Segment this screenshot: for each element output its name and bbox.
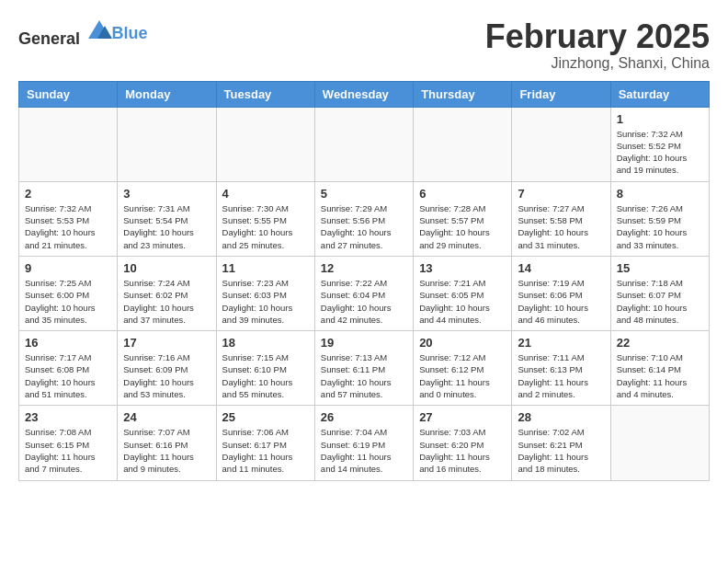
day-info: Sunrise: 7:18 AM Sunset: 6:07 PM Dayligh… <box>617 277 703 326</box>
calendar-day-cell: 5Sunrise: 7:29 AM Sunset: 5:56 PM Daylig… <box>314 181 413 256</box>
day-number: 18 <box>222 336 309 350</box>
calendar-day-cell <box>414 107 512 181</box>
day-number: 8 <box>617 187 703 201</box>
day-info: Sunrise: 7:10 AM Sunset: 6:14 PM Dayligh… <box>617 351 703 400</box>
calendar-day-cell: 13Sunrise: 7:21 AM Sunset: 6:05 PM Dayli… <box>414 256 512 330</box>
location: Jinzhong, Shanxi, China <box>485 55 710 72</box>
calendar-day-cell: 16Sunrise: 7:17 AM Sunset: 6:08 PM Dayli… <box>19 331 118 406</box>
calendar-day-cell: 19Sunrise: 7:13 AM Sunset: 6:11 PM Dayli… <box>314 331 413 406</box>
calendar-day-cell: 17Sunrise: 7:16 AM Sunset: 6:09 PM Dayli… <box>118 331 216 406</box>
calendar-day-cell <box>610 406 709 480</box>
day-number: 27 <box>419 410 506 424</box>
day-info: Sunrise: 7:08 AM Sunset: 6:15 PM Dayligh… <box>25 426 111 475</box>
weekday-header: Wednesday <box>314 81 413 107</box>
day-number: 25 <box>222 410 309 424</box>
logo: General Blue <box>18 18 148 49</box>
weekday-header: Thursday <box>414 81 512 107</box>
calendar-day-cell: 14Sunrise: 7:19 AM Sunset: 6:06 PM Dayli… <box>512 256 610 330</box>
logo-icon <box>86 18 112 44</box>
day-number: 23 <box>25 410 111 424</box>
day-number: 21 <box>518 336 604 350</box>
day-number: 5 <box>321 187 407 201</box>
day-info: Sunrise: 7:32 AM Sunset: 5:52 PM Dayligh… <box>617 128 703 177</box>
calendar-day-cell: 6Sunrise: 7:28 AM Sunset: 5:57 PM Daylig… <box>414 181 512 256</box>
day-number: 28 <box>518 410 604 424</box>
day-number: 7 <box>518 187 604 201</box>
day-info: Sunrise: 7:23 AM Sunset: 6:03 PM Dayligh… <box>222 277 309 326</box>
day-info: Sunrise: 7:28 AM Sunset: 5:57 PM Dayligh… <box>419 202 506 251</box>
calendar-day-cell <box>216 107 314 181</box>
calendar-day-cell: 15Sunrise: 7:18 AM Sunset: 6:07 PM Dayli… <box>610 256 709 330</box>
day-info: Sunrise: 7:19 AM Sunset: 6:06 PM Dayligh… <box>518 277 604 326</box>
calendar-day-cell: 25Sunrise: 7:06 AM Sunset: 6:17 PM Dayli… <box>216 406 314 480</box>
day-number: 3 <box>123 187 210 201</box>
day-info: Sunrise: 7:04 AM Sunset: 6:19 PM Dayligh… <box>321 426 407 475</box>
page-header: General Blue February 2025 Jinzhong, Sha… <box>18 18 710 72</box>
day-info: Sunrise: 7:32 AM Sunset: 5:53 PM Dayligh… <box>25 202 111 251</box>
day-number: 22 <box>617 336 703 350</box>
day-info: Sunrise: 7:25 AM Sunset: 6:00 PM Dayligh… <box>25 277 111 326</box>
day-number: 16 <box>25 336 111 350</box>
calendar-week-row: 9Sunrise: 7:25 AM Sunset: 6:00 PM Daylig… <box>19 256 710 330</box>
calendar-day-cell: 26Sunrise: 7:04 AM Sunset: 6:19 PM Dayli… <box>314 406 413 480</box>
calendar-day-cell: 4Sunrise: 7:30 AM Sunset: 5:55 PM Daylig… <box>216 181 314 256</box>
day-info: Sunrise: 7:06 AM Sunset: 6:17 PM Dayligh… <box>222 426 309 475</box>
weekday-header: Tuesday <box>216 81 314 107</box>
calendar-day-cell: 3Sunrise: 7:31 AM Sunset: 5:54 PM Daylig… <box>118 181 216 256</box>
day-info: Sunrise: 7:03 AM Sunset: 6:20 PM Dayligh… <box>419 426 506 475</box>
calendar-table: SundayMondayTuesdayWednesdayThursdayFrid… <box>18 81 710 481</box>
day-info: Sunrise: 7:24 AM Sunset: 6:02 PM Dayligh… <box>123 277 210 326</box>
day-number: 10 <box>123 261 210 275</box>
calendar-day-cell <box>314 107 413 181</box>
day-number: 1 <box>617 112 703 126</box>
day-number: 24 <box>123 410 210 424</box>
day-info: Sunrise: 7:31 AM Sunset: 5:54 PM Dayligh… <box>123 202 210 251</box>
month-title: February 2025 <box>485 18 710 55</box>
calendar-day-cell: 20Sunrise: 7:12 AM Sunset: 6:12 PM Dayli… <box>414 331 512 406</box>
day-number: 2 <box>25 187 111 201</box>
day-info: Sunrise: 7:12 AM Sunset: 6:12 PM Dayligh… <box>419 351 506 400</box>
calendar-day-cell: 28Sunrise: 7:02 AM Sunset: 6:21 PM Dayli… <box>512 406 610 480</box>
calendar-day-cell: 23Sunrise: 7:08 AM Sunset: 6:15 PM Dayli… <box>19 406 118 480</box>
calendar-week-row: 16Sunrise: 7:17 AM Sunset: 6:08 PM Dayli… <box>19 331 710 406</box>
weekday-header: Friday <box>512 81 610 107</box>
day-info: Sunrise: 7:27 AM Sunset: 5:58 PM Dayligh… <box>518 202 604 251</box>
day-info: Sunrise: 7:15 AM Sunset: 6:10 PM Dayligh… <box>222 351 309 400</box>
calendar-day-cell <box>118 107 216 181</box>
day-number: 9 <box>25 261 111 275</box>
day-number: 13 <box>419 261 506 275</box>
calendar-day-cell: 8Sunrise: 7:26 AM Sunset: 5:59 PM Daylig… <box>610 181 709 256</box>
calendar-day-cell: 10Sunrise: 7:24 AM Sunset: 6:02 PM Dayli… <box>118 256 216 330</box>
day-info: Sunrise: 7:26 AM Sunset: 5:59 PM Dayligh… <box>617 202 703 251</box>
calendar-day-cell: 27Sunrise: 7:03 AM Sunset: 6:20 PM Dayli… <box>414 406 512 480</box>
weekday-header: Sunday <box>19 81 118 107</box>
day-number: 4 <box>222 187 309 201</box>
day-info: Sunrise: 7:07 AM Sunset: 6:16 PM Dayligh… <box>123 426 210 475</box>
calendar-day-cell: 7Sunrise: 7:27 AM Sunset: 5:58 PM Daylig… <box>512 181 610 256</box>
day-info: Sunrise: 7:22 AM Sunset: 6:04 PM Dayligh… <box>321 277 407 326</box>
calendar-day-cell: 18Sunrise: 7:15 AM Sunset: 6:10 PM Dayli… <box>216 331 314 406</box>
day-info: Sunrise: 7:21 AM Sunset: 6:05 PM Dayligh… <box>419 277 506 326</box>
day-number: 11 <box>222 261 309 275</box>
day-number: 12 <box>321 261 407 275</box>
day-number: 20 <box>419 336 506 350</box>
calendar-day-cell: 11Sunrise: 7:23 AM Sunset: 6:03 PM Dayli… <box>216 256 314 330</box>
day-info: Sunrise: 7:30 AM Sunset: 5:55 PM Dayligh… <box>222 202 309 251</box>
calendar-day-cell: 21Sunrise: 7:11 AM Sunset: 6:13 PM Dayli… <box>512 331 610 406</box>
logo-general: General <box>18 29 80 48</box>
weekday-header: Monday <box>118 81 216 107</box>
calendar-week-row: 1Sunrise: 7:32 AM Sunset: 5:52 PM Daylig… <box>19 107 710 181</box>
day-info: Sunrise: 7:13 AM Sunset: 6:11 PM Dayligh… <box>321 351 407 400</box>
calendar-day-cell: 1Sunrise: 7:32 AM Sunset: 5:52 PM Daylig… <box>610 107 709 181</box>
day-info: Sunrise: 7:02 AM Sunset: 6:21 PM Dayligh… <box>518 426 604 475</box>
day-number: 14 <box>518 261 604 275</box>
day-number: 6 <box>419 187 506 201</box>
calendar-day-cell <box>19 107 118 181</box>
calendar-day-cell: 9Sunrise: 7:25 AM Sunset: 6:00 PM Daylig… <box>19 256 118 330</box>
calendar-week-row: 23Sunrise: 7:08 AM Sunset: 6:15 PM Dayli… <box>19 406 710 480</box>
day-number: 17 <box>123 336 210 350</box>
day-info: Sunrise: 7:11 AM Sunset: 6:13 PM Dayligh… <box>518 351 604 400</box>
calendar-week-row: 2Sunrise: 7:32 AM Sunset: 5:53 PM Daylig… <box>19 181 710 256</box>
day-number: 26 <box>321 410 407 424</box>
title-area: February 2025 Jinzhong, Shanxi, China <box>485 18 710 72</box>
